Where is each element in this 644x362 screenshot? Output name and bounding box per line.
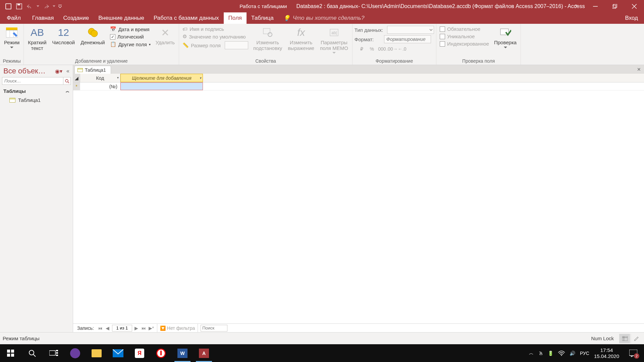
currency-icon — [86, 26, 99, 39]
datasheet-view-icon — [5, 26, 18, 39]
tab-fields[interactable]: Поля — [224, 12, 247, 24]
design-view-btn[interactable] — [631, 334, 641, 343]
lookup-icon — [261, 26, 274, 39]
nav-group-tables[interactable]: Таблицы ︽ — [0, 86, 73, 96]
taskbar-app-alice[interactable] — [64, 344, 86, 362]
number-icon: 12 — [57, 26, 70, 39]
sign-in-link[interactable]: Вход — [619, 12, 644, 24]
yesno-button[interactable]: ✓Логический — [109, 34, 152, 40]
prev-record-icon[interactable]: ◀ — [105, 325, 111, 331]
number-button[interactable]: 12 Числовой — [50, 25, 77, 46]
first-record-icon[interactable]: ⏮ — [97, 325, 103, 331]
column-header-id[interactable]: Код▾ — [80, 74, 120, 82]
cell-add-new[interactable] — [120, 82, 203, 90]
tray-volume-icon[interactable]: 🔊 — [570, 351, 575, 356]
tray-clock[interactable]: 17:54 15.04.2020 — [594, 347, 619, 359]
help-icon[interactable]: ? — [566, 0, 586, 12]
nav-search-input[interactable] — [2, 77, 63, 85]
close-icon[interactable] — [625, 0, 644, 12]
last-record-icon[interactable]: ⏭ — [141, 325, 147, 331]
more-fields-button[interactable]: 📋Другие поля▾ — [109, 41, 152, 48]
taskbar-app-browser[interactable] — [150, 344, 172, 362]
nav-item-table1[interactable]: Таблица1 — [0, 96, 73, 104]
svg-rect-25 — [7, 350, 10, 353]
tray-usb-icon[interactable]: 🖯 — [538, 351, 543, 356]
tab-create[interactable]: Создание — [59, 12, 94, 24]
close-document-icon[interactable]: ✕ — [636, 66, 642, 72]
search-button[interactable] — [21, 344, 43, 362]
short-text-button[interactable]: AB Краткий текст — [26, 25, 48, 51]
column-header-add[interactable]: Щелкните для добавления▾ — [120, 74, 203, 82]
quick-access-toolbar — [0, 0, 63, 12]
search-icon[interactable] — [63, 77, 71, 85]
gear-icon: ⚙ — [182, 34, 187, 40]
taskbar-app-explorer[interactable] — [86, 344, 107, 362]
nav-dropdown-icon[interactable]: ◉▾ — [55, 68, 62, 74]
record-position-input[interactable] — [112, 325, 132, 331]
tray-battery-icon[interactable]: 🔋 — [548, 351, 553, 356]
currency-button[interactable]: Денежный — [78, 25, 107, 46]
collapse-icon: ︽ — [66, 88, 69, 94]
new-record-icon[interactable]: ▶* — [148, 325, 154, 331]
format-label: Формат: — [355, 37, 382, 42]
datetime-button[interactable]: 📅Дата и время — [109, 26, 152, 33]
dropdown-icon[interactable]: ▾ — [117, 76, 119, 79]
tray-chevron-icon[interactable]: ︿ — [529, 350, 534, 356]
svg-rect-5 — [612, 5, 616, 8]
taskbar-app-yandex[interactable]: Я — [129, 344, 150, 362]
new-record-indicator-icon[interactable]: * — [73, 82, 80, 90]
increase-decimals-icon: .00→ — [387, 45, 397, 53]
svg-point-20 — [65, 79, 68, 82]
datasheet[interactable]: ◢ Код▾ Щелкните для добавления▾ * (№) — [73, 74, 644, 323]
access-app-icon[interactable] — [3, 1, 13, 12]
contextual-tab-title: Работа с таблицами — [237, 0, 289, 12]
validation-button[interactable]: Проверка — [492, 25, 519, 49]
taskbar-app-access[interactable]: A — [193, 344, 215, 362]
group-add-delete-label: Добавление и удаление — [26, 57, 177, 65]
group-properties-label: Свойства — [181, 57, 350, 65]
tab-external-data[interactable]: Внешние данные — [94, 12, 149, 24]
lightbulb-icon: 💡 — [283, 15, 290, 22]
cell-id-new[interactable]: (№) — [80, 82, 120, 90]
checkbox-icon — [440, 34, 445, 39]
tab-table[interactable]: Таблица — [247, 12, 278, 24]
group-formatting-label: Форматирование — [355, 57, 434, 65]
taskbar-app-word[interactable]: W — [172, 344, 193, 362]
svg-rect-31 — [49, 351, 55, 355]
datasheet-view-btn[interactable] — [619, 334, 630, 343]
taskbar-app-mail[interactable] — [107, 344, 129, 362]
row-selector-header[interactable]: ◢ — [73, 74, 80, 82]
redo-icon[interactable] — [41, 1, 51, 12]
dropdown-icon[interactable]: ▾ — [200, 76, 201, 80]
tray-language[interactable]: РУС — [580, 351, 589, 356]
number-label: Числовой — [52, 40, 75, 46]
svg-point-36 — [561, 355, 562, 356]
document-tab-table1[interactable]: Таблица1 — [74, 66, 111, 74]
record-search-input[interactable] — [201, 325, 227, 331]
filter-indicator: 🔽 Нет фильтра — [157, 324, 198, 333]
next-record-icon[interactable]: ▶ — [133, 325, 140, 331]
tab-file[interactable]: Файл — [0, 12, 28, 24]
qat-customize-icon[interactable] — [57, 1, 63, 12]
restore-icon[interactable] — [605, 0, 625, 12]
delete-button: ✕ Удалить — [154, 25, 177, 46]
tray-wifi-icon[interactable] — [558, 351, 565, 356]
nav-collapse-icon[interactable]: « — [66, 68, 69, 74]
chevron-down-icon — [332, 52, 336, 54]
undo-dropdown-icon[interactable] — [36, 1, 40, 12]
tell-me-placeholder: Что вы хотите сделать? — [293, 15, 365, 21]
redo-dropdown-icon[interactable] — [52, 1, 56, 12]
decrease-decimals-icon: ←.0 — [397, 45, 407, 53]
nav-title[interactable]: Все объек… — [3, 67, 53, 75]
notification-count-badge: 2 — [634, 353, 639, 359]
minimize-icon[interactable] — [586, 0, 605, 12]
save-icon[interactable] — [14, 1, 24, 12]
tell-me-search[interactable]: 💡 Что вы хотите сделать? — [278, 12, 369, 24]
tray-notifications-icon[interactable]: 2 — [624, 344, 643, 362]
start-button[interactable] — [0, 344, 21, 362]
tab-database-tools[interactable]: Работа с базами данных — [149, 12, 224, 24]
view-mode-button[interactable]: Режим — [2, 25, 21, 49]
undo-icon[interactable] — [25, 1, 35, 12]
task-view-button[interactable] — [43, 344, 64, 362]
tab-home[interactable]: Главная — [28, 12, 59, 24]
